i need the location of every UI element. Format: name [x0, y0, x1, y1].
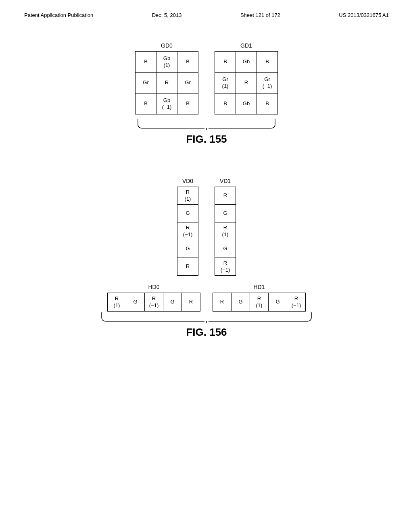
cell: G [177, 240, 198, 258]
cell: R [215, 187, 236, 205]
cell: G [269, 293, 287, 312]
gd0-label: GD0 [161, 42, 173, 49]
vd-row: VD0 R(1) G R(−1) G R VD1 R G R(1) G R(−1… [177, 178, 236, 276]
cell: G [215, 205, 236, 222]
gd0-group: GD0 B Gb(1) B Gr R Gr B Gb(−1) [135, 42, 198, 114]
cell: Gr(−1) [257, 73, 278, 94]
cell: R(−1) [145, 293, 163, 312]
vd1-label: VD1 [220, 178, 231, 184]
cell: B [136, 94, 156, 114]
cell: Gb(−1) [156, 94, 177, 114]
page-header: Patent Application Publication Dec. 5, 2… [24, 12, 389, 18]
cell: B [257, 52, 278, 73]
cell: R(1) [215, 222, 236, 240]
table-row: R [177, 258, 198, 276]
cell: B [177, 94, 198, 114]
cell: B [136, 52, 156, 73]
cell: R [182, 293, 200, 312]
table-row: G [215, 240, 236, 258]
cell: R(1) [177, 187, 198, 205]
table-row: R(1) G R(−1) G R [108, 293, 200, 312]
fig155-brace [130, 118, 283, 130]
table-row: R [215, 187, 236, 205]
header-left: Patent Application Publication [24, 12, 93, 18]
table-row: R(1) [215, 222, 236, 240]
table-row: G [215, 205, 236, 222]
header-patent: US 2013/0321675 A1 [339, 12, 389, 18]
hd0-table: R(1) G R(−1) G R [107, 293, 200, 312]
cell: B [257, 94, 278, 114]
fig155-section: GD0 B Gb(1) B Gr R Gr B Gb(−1) [24, 42, 389, 145]
gd1-table: B Gb B Gr(1) R Gr(−1) B Gb B [215, 51, 278, 114]
fig155-title: FIG. 155 [186, 133, 227, 145]
hd0-group: HD0 R(1) G R(−1) G R [107, 284, 200, 312]
cell: R [236, 73, 257, 94]
table-row: B Gb(1) B [136, 52, 198, 73]
cell: Gb [236, 94, 257, 114]
table-row: R(1) [177, 187, 198, 205]
cell: R(1) [108, 293, 126, 312]
cell: G [126, 293, 145, 312]
table-row: B Gb B [215, 52, 278, 73]
cell: Gb [236, 52, 257, 73]
cell: Gr [136, 73, 156, 94]
table-row: B Gb(−1) B [136, 94, 198, 114]
header-sheet: Sheet 121 of 172 [240, 12, 280, 18]
gd0-table: B Gb(1) B Gr R Gr B Gb(−1) B [135, 51, 198, 114]
gd1-label: GD1 [240, 42, 252, 49]
cell: B [215, 94, 236, 114]
cell: G [232, 293, 250, 312]
cell: R [177, 258, 198, 276]
hd-grids: HD0 R(1) G R(−1) G R HD1 [107, 284, 306, 312]
hd1-label: HD1 [253, 284, 265, 290]
vd0-table: R(1) G R(−1) G R [177, 187, 198, 276]
cell: Gr [177, 73, 198, 94]
cell: Gr(1) [215, 73, 236, 94]
page: Patent Application Publication Dec. 5, 2… [0, 0, 413, 532]
hd1-table: R G R(1) G R(−1) [213, 293, 306, 312]
cell: R(−1) [215, 258, 236, 276]
table-row: Gr(1) R Gr(−1) [215, 73, 278, 94]
cell: R(−1) [177, 222, 198, 240]
table-row: R(−1) [215, 258, 236, 276]
table-row: R G R(1) G R(−1) [213, 293, 306, 312]
cell: G [177, 205, 198, 222]
cell: R [156, 73, 177, 94]
table-row: G [177, 240, 198, 258]
table-row: Gr R Gr [136, 73, 198, 94]
vd0-label: VD0 [182, 178, 193, 184]
hd1-group: HD1 R G R(1) G R(−1) [213, 284, 306, 312]
cell: R [213, 293, 232, 312]
cell: B [215, 52, 236, 73]
vd1-group: VD1 R G R(1) G R(−1) [215, 178, 236, 276]
cell: R(−1) [287, 293, 306, 312]
gd1-group: GD1 B Gb B Gr(1) R Gr(−1) B Gb [215, 42, 278, 114]
fig155-grids: GD0 B Gb(1) B Gr R Gr B Gb(−1) [135, 42, 278, 114]
cell: G [163, 293, 182, 312]
table-row: B Gb B [215, 94, 278, 114]
table-row: R(−1) [177, 222, 198, 240]
header-date: Dec. 5, 2013 [152, 12, 182, 18]
table-row: G [177, 205, 198, 222]
vd0-group: VD0 R(1) G R(−1) G R [177, 178, 198, 276]
cell: R(1) [250, 293, 269, 312]
hd0-label: HD0 [148, 284, 159, 290]
vd1-table: R G R(1) G R(−1) [215, 187, 236, 276]
fig156-brace [94, 312, 319, 323]
fig156-title: FIG. 156 [186, 326, 227, 339]
cell: B [177, 52, 198, 73]
cell: Gb(1) [156, 52, 177, 73]
cell: G [215, 240, 236, 258]
hd-section: HD0 R(1) G R(−1) G R HD1 [94, 284, 319, 323]
fig156-section: VD0 R(1) G R(−1) G R VD1 R G R(1) G R(−1… [24, 178, 389, 339]
